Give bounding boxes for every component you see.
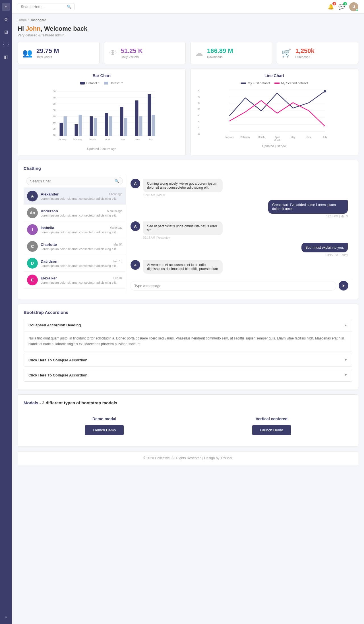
line-legend-label-1: My First dataset: [248, 81, 270, 85]
chat-item-davidson[interactable]: D Davidson Feb 18 Lorem ipsum dolor sit …: [24, 255, 126, 272]
chat-info-elexa: Elexa ker Feb 04 Lorem ipsum dolor sit a…: [41, 276, 122, 284]
bar-chart-svg: 80 70 60 50 40 30 20 10: [22, 87, 181, 145]
msg-bubble-1: Coming along nicely, we've got a Lorem i…: [143, 179, 223, 192]
notifications-bell[interactable]: 🔔 3: [328, 4, 334, 10]
msg-avatar-1: A: [131, 179, 140, 188]
svg-text:March: March: [258, 136, 265, 139]
line-chart-updated: Updated just now: [195, 144, 353, 148]
sidebar-icon-doc[interactable]: ◧: [2, 53, 10, 61]
contact-preview-davidson: Lorem ipsum dolor sit amet consectetur a…: [41, 264, 122, 267]
accordion-heading-0: Collapsed Accordion Heading: [28, 323, 81, 327]
topbar-icons: 🔔 3 💬 4 U: [328, 2, 358, 11]
line-legend-label-2: My Second dataset: [281, 81, 308, 85]
svg-text:40: 40: [53, 115, 55, 118]
contact-time-alexander: 1 hour ago: [109, 193, 122, 196]
breadcrumb-home[interactable]: Home: [18, 18, 27, 22]
sidebar-icon-grid[interactable]: ⊞: [2, 28, 10, 36]
chat-search-box[interactable]: 🔍: [26, 177, 123, 185]
svg-text:May: May: [291, 136, 295, 139]
purchased-icon: 🛒: [282, 48, 291, 58]
footer: © 2020 Collective. All Rights Reserved |…: [18, 451, 358, 465]
legend-dot-1: [80, 82, 85, 85]
accordion-body-0: Nulla tincidunt quam justo, in tincidunt…: [24, 331, 352, 351]
svg-rect-28: [148, 94, 151, 136]
notification-badge: 3: [332, 2, 336, 5]
accordion-heading-1: Click Here To Collapse Accordion: [28, 358, 87, 362]
avatar-alexander: A: [27, 191, 38, 201]
chat-item-anderson[interactable]: An Anderson 5 hours ago Lorem ipsum dolo…: [24, 205, 126, 221]
send-button[interactable]: ➤: [339, 281, 348, 291]
svg-point-44: [324, 90, 326, 92]
accordion-header-0[interactable]: Collapsed Accordion Heading ▲: [24, 319, 352, 331]
accordion-header-2[interactable]: Click Here To Collapse Accordion ▼: [24, 369, 352, 381]
launch-demo-button-0[interactable]: Launch Demo: [85, 425, 124, 435]
sidebar-icon-home[interactable]: ⌂: [2, 3, 10, 11]
chat-item-isabella[interactable]: I Isabella Yesterday Lorem ipsum dolor s…: [24, 221, 126, 238]
contact-time-elexa: Feb 04: [113, 277, 122, 280]
svg-rect-18: [75, 124, 78, 136]
chat-item-charlotte[interactable]: C Charlotte Mar 04 Lorem ipsum dolor sit…: [24, 238, 126, 255]
contact-name-davidson: Davidson: [41, 259, 57, 263]
message-3: A Sed ut perspiciatis unde omnis iste na…: [131, 221, 348, 239]
chat-info-anderson: Anderson 5 hours ago Lorem ipsum dolor s…: [41, 209, 122, 217]
message-1: A Coming along nicely, we've got a Lorem…: [131, 179, 348, 197]
contact-preview-alexander: Lorem ipsum dolor sit amet consectetur a…: [41, 197, 122, 200]
chat-item-elexa[interactable]: E Elexa ker Feb 04 Lorem ipsum dolor sit…: [24, 272, 126, 289]
breadcrumb-current: Dashboard: [30, 18, 46, 22]
stat-label-visitors: Daily Visitors: [121, 55, 143, 59]
sidebar-icon-expand[interactable]: »: [2, 613, 10, 621]
chat-info-alexander: Alexander 1 hour ago Lorem ipsum dolor s…: [41, 192, 122, 200]
welcome-greeting: Hi: [18, 25, 26, 32]
topbar-search-wrap[interactable]: 🔍: [18, 3, 75, 10]
svg-rect-22: [105, 113, 108, 136]
accordion-header-1[interactable]: Click Here To Collapse Accordion ▼: [24, 354, 352, 366]
topbar-search-input[interactable]: [21, 5, 65, 9]
chat-container: 🔍 A Alexander 1 hour ago: [24, 175, 352, 293]
chat-search-input[interactable]: [30, 179, 113, 183]
chat-search-wrap: 🔍: [24, 175, 126, 188]
accordion-chevron-0: ▲: [344, 323, 348, 327]
messages-icon[interactable]: 💬 4: [338, 4, 345, 10]
svg-rect-17: [64, 116, 67, 136]
accordion-section: Bootstrap Accordions Collapsed Accordion…: [18, 304, 358, 390]
chat-item-alexander[interactable]: A Alexander 1 hour ago Lorem ipsum dolor…: [24, 188, 126, 205]
avatar-charlotte: C: [27, 241, 38, 252]
accordion-item-0: Collapsed Accordion Heading ▲ Nulla tinc…: [24, 319, 352, 351]
contact-time-charlotte: Mar 04: [113, 243, 122, 246]
svg-rect-20: [90, 116, 93, 136]
sidebar-icon-gear[interactable]: ⚙: [2, 15, 10, 23]
msg-bubble-5: At vero eos et accusamus et iusto odio d…: [143, 260, 223, 274]
msg-bubble-4: But I must explain to you.: [301, 243, 348, 252]
contact-preview-charlotte: Lorem ipsum dolor sit amet consectetur a…: [41, 247, 122, 251]
svg-text:April: April: [105, 138, 110, 141]
message-4: But I must explain to you. 03:15 PM | To…: [131, 243, 348, 257]
contact-name-charlotte: Charlotte: [41, 242, 57, 247]
sidebar: ⌂ ⚙ ⊞ ⋮⋮ ◧ »: [0, 0, 12, 624]
online-indicator: [356, 9, 358, 11]
svg-rect-29: [152, 115, 155, 136]
svg-rect-16: [60, 123, 63, 136]
line-chart-wrap: 8070605040302010: [195, 87, 353, 142]
welcome-title: Hi John, Welcome back: [18, 25, 358, 32]
chat-info-isabella: Isabella Yesterday Lorem ipsum dolor sit…: [41, 226, 122, 234]
message-5: A At vero eos et accusamus et iusto odio…: [131, 260, 348, 274]
contact-name-alexander: Alexander: [41, 192, 59, 196]
welcome-section: Hi John, Welcome back Very detailed & fe…: [18, 25, 358, 37]
chat-message-input[interactable]: [130, 281, 336, 291]
msg-time-3: 09:16 AM | Yesterday: [143, 236, 223, 239]
svg-text:February: February: [73, 138, 82, 141]
chatting-section: Chatting 🔍 A: [18, 160, 358, 299]
avatar-isabella: I: [27, 224, 38, 235]
user-avatar[interactable]: U: [349, 2, 358, 11]
svg-text:May: May: [121, 138, 125, 141]
contact-preview-elexa: Lorem ipsum dolor sit amet consectetur a…: [41, 281, 122, 284]
svg-text:January: January: [58, 138, 66, 141]
launch-demo-button-1[interactable]: Launch Demo: [252, 425, 291, 435]
stat-value-visitors: 51.25 K: [121, 47, 143, 55]
contact-time-davidson: Feb 18: [113, 260, 122, 263]
modal-demo-label-0: Demo modal: [92, 417, 116, 421]
welcome-subtitle: Very detailed & featured admin.: [18, 33, 358, 37]
svg-text:March: March: [89, 138, 96, 141]
sidebar-icon-apps[interactable]: ⋮⋮: [2, 40, 10, 48]
modal-demo-label-1: Vertical centered: [256, 417, 288, 421]
